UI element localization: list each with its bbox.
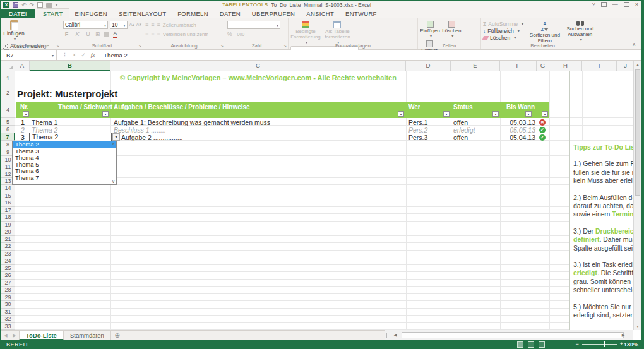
sheet-tab-stammdaten[interactable]: Stammdaten	[64, 331, 111, 340]
scroll-up-icon[interactable]: ▴	[634, 61, 641, 68]
scroll-right-icon[interactable]: ▶	[619, 331, 627, 339]
filter-button-thema[interactable]: ▾	[102, 111, 109, 117]
add-sheet-icon[interactable]: ⊕	[111, 331, 124, 340]
row-header-4[interactable]: 4	[1, 102, 15, 118]
zoom-slider-thumb[interactable]	[604, 341, 605, 347]
font-color-icon[interactable]: A	[113, 30, 117, 38]
column-header-E[interactable]: E	[451, 61, 500, 71]
align-middle-icon[interactable]: ≡	[151, 21, 153, 28]
row-header-25[interactable]: 25	[1, 265, 15, 273]
align-top-icon[interactable]: ≡	[145, 21, 148, 28]
validation-dropdown-list[interactable]: ∧ ∨ Thema 2Thema 3Thema 4Thema 5Thema 6T…	[12, 141, 117, 185]
font-size-select[interactable]: 10▾	[110, 21, 128, 29]
italic-button[interactable]: K	[74, 31, 81, 37]
row-header-21[interactable]: 21	[1, 236, 15, 244]
row-header-33[interactable]: 33	[1, 323, 15, 331]
column-header-D[interactable]: D	[406, 61, 451, 71]
row-header-19[interactable]: 19	[1, 222, 15, 229]
zoom-in-icon[interactable]: +	[620, 341, 623, 347]
column-header-F[interactable]: F	[500, 61, 537, 71]
row-header-1[interactable]: 1	[1, 71, 15, 85]
dropdown-scroll-down-icon[interactable]: ∨	[112, 179, 115, 184]
page-break-view-icon[interactable]	[539, 341, 545, 348]
row-header-26[interactable]: 26	[1, 272, 15, 280]
close-icon[interactable]: ×	[635, 1, 638, 8]
page-layout-view-icon[interactable]	[528, 341, 534, 348]
normal-view-icon[interactable]	[517, 341, 523, 348]
row-header-32[interactable]: 32	[1, 316, 15, 323]
conditional-formatting-button[interactable]: Bedingte Formatierung ▾	[290, 20, 321, 45]
comma-style-icon[interactable]: 000	[237, 32, 245, 37]
ribbon-options-icon[interactable]	[601, 2, 607, 7]
shrink-font-icon[interactable]: A▾	[136, 22, 141, 27]
formula-input[interactable]: Thema 2	[100, 52, 128, 59]
row-header-18[interactable]: 18	[1, 214, 15, 222]
autosum-button[interactable]: ΣAutoSumme▾	[483, 20, 526, 27]
paste-button[interactable]: Einfügen ▾	[3, 20, 25, 41]
dropdown-item[interactable]: Thema 4	[13, 155, 116, 162]
align-left-icon[interactable]: ≡	[145, 31, 148, 37]
filter-button-status[interactable]: ▾	[492, 111, 499, 117]
dropdown-item[interactable]: Thema 2	[13, 141, 116, 148]
font-name-select[interactable]: Calibri▾	[63, 21, 108, 29]
align-bottom-icon[interactable]: ≡	[157, 21, 160, 28]
ribbon-tab[interactable]: ANSICHT	[301, 9, 340, 18]
grow-font-icon[interactable]: A▴	[129, 22, 134, 27]
filter-button-wer[interactable]: ▾	[443, 111, 450, 117]
format-as-table-button[interactable]: Als Tabelle formatieren ▾	[322, 20, 352, 45]
ribbon-tab[interactable]: ÜBERPRÜFEN	[246, 9, 301, 18]
vertical-scrollbar[interactable]: ▴ ▾	[633, 61, 641, 330]
clear-button[interactable]: Löschen▾	[483, 34, 526, 41]
row-header-16[interactable]: 16	[1, 199, 15, 207]
restore-icon[interactable]	[624, 2, 629, 7]
minimize-icon[interactable]: —	[612, 1, 618, 8]
column-header-I[interactable]: I	[582, 61, 617, 71]
number-dialog-launcher-icon[interactable]: ↘	[283, 44, 287, 49]
row-header-24[interactable]: 24	[1, 257, 15, 265]
row-header-23[interactable]: 23	[1, 251, 15, 258]
ribbon-tab[interactable]: FORMELN	[172, 9, 214, 18]
dropdown-item[interactable]: Thema 6	[13, 168, 116, 175]
table-row[interactable]: 1 Thema 1 Aufgabe 1: Beschreibung was ge…	[1, 119, 549, 126]
row-header-22[interactable]: 22	[1, 243, 15, 251]
bold-button[interactable]: F	[63, 31, 70, 37]
dropdown-scroll-up-icon[interactable]: ∧	[112, 141, 115, 146]
font-dialog-launcher-icon[interactable]: ↘	[138, 44, 141, 49]
ribbon-tab[interactable]: DATEN	[214, 9, 246, 18]
ribbon-tab[interactable]: START	[37, 8, 69, 18]
percent-style-icon[interactable]: %	[227, 31, 232, 37]
delete-cells-button[interactable]: Löschen▾	[441, 20, 462, 39]
cell-dropdown-arrow[interactable]: ▾	[112, 133, 120, 141]
row-header-17[interactable]: 17	[1, 207, 15, 215]
column-header-H[interactable]: H	[549, 61, 582, 71]
wrap-text-button[interactable]: Zeilenumbruch	[163, 22, 196, 28]
sheet-nav-right-icon[interactable]: ▶	[10, 331, 19, 340]
help-icon[interactable]: ?	[592, 1, 595, 8]
borders-icon[interactable]: ⊞	[95, 31, 100, 37]
align-center-icon[interactable]: ≡	[151, 31, 153, 37]
zoom-out-icon[interactable]: −	[575, 341, 578, 347]
alignment-dialog-launcher-icon[interactable]: ↘	[220, 44, 224, 49]
row-header-15[interactable]: 15	[1, 192, 15, 200]
number-format-select[interactable]: ▾	[227, 21, 280, 29]
row-header-29[interactable]: 29	[1, 294, 15, 302]
align-right-icon[interactable]: ≡	[157, 31, 160, 37]
row-header-30[interactable]: 30	[1, 301, 15, 309]
horizontal-scrollbar[interactable]: ◀ ▶	[385, 330, 633, 340]
scroll-down-icon[interactable]: ▾	[634, 322, 641, 330]
fill-button[interactable]: ↓Füllbereich▾	[483, 27, 526, 34]
find-select-button[interactable]: Suchen und Auswählen▾	[564, 20, 597, 43]
column-header-C[interactable]: C	[110, 61, 406, 71]
select-all-button[interactable]	[1, 61, 15, 71]
row-header-20[interactable]: 20	[1, 228, 15, 236]
name-box[interactable]: B7 ▾	[1, 50, 57, 60]
selected-cell-b7[interactable]: Thema 2	[29, 133, 112, 141]
filter-button-bis-wann[interactable]: ▾	[525, 111, 532, 117]
ribbon-tab[interactable]: ENTWURF	[340, 9, 383, 18]
ribbon-tab[interactable]: DATEI	[1, 9, 35, 18]
clipboard-dialog-launcher-icon[interactable]: ↘	[56, 44, 59, 49]
insert-cells-button[interactable]: Einfügen▾	[420, 20, 440, 39]
underline-button[interactable]: U	[85, 31, 92, 37]
tab-split-handle[interactable]	[386, 333, 388, 338]
scroll-left-icon[interactable]: ◀	[391, 331, 399, 339]
